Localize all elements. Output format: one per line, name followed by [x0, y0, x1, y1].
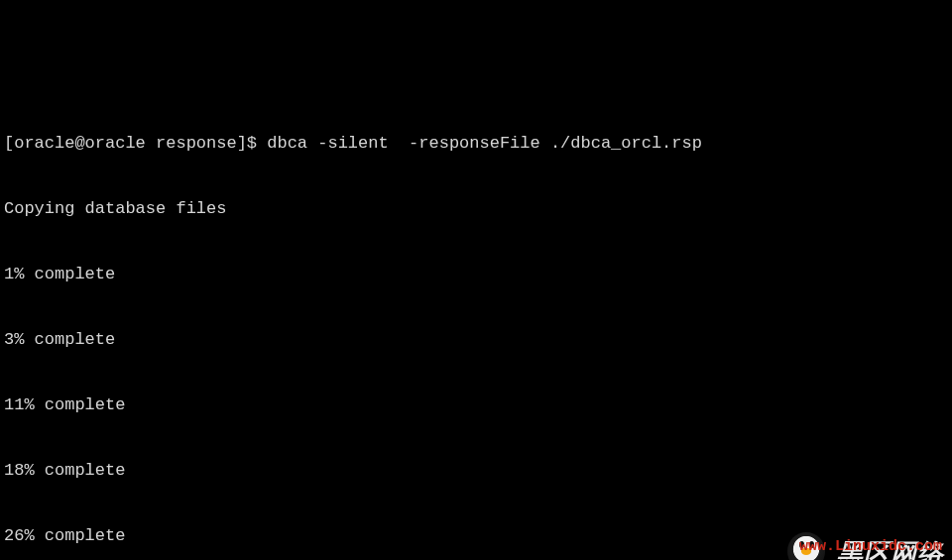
output-line: 3% complete [4, 329, 948, 351]
output-line: Copying database files [4, 198, 948, 220]
output-line: 1% complete [4, 264, 948, 285]
output-line: 11% complete [4, 394, 948, 416]
terminal-output[interactable]: [oracle@oracle response]$ dbca -silent -… [4, 89, 948, 560]
command-line: [oracle@oracle response]$ dbca -silent -… [4, 133, 948, 155]
command-text: dbca -silent -responseFile ./dbca_orcl.r… [267, 133, 702, 155]
output-line: 26% complete [4, 525, 948, 547]
shell-prompt: [oracle@oracle response]$ [4, 133, 267, 155]
output-line: 18% complete [4, 460, 948, 482]
